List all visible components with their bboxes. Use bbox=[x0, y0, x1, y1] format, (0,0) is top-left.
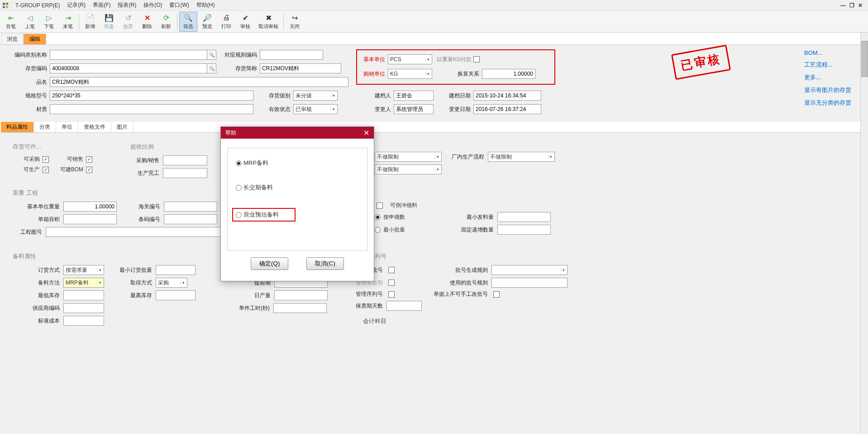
input-min-order[interactable] bbox=[156, 265, 196, 275]
input-min-stock[interactable] bbox=[63, 290, 104, 300]
modal-ok-button[interactable]: 确定(Q) bbox=[251, 257, 288, 270]
dd-order-way[interactable]: 按需求量▾ bbox=[63, 265, 104, 275]
tb-last[interactable]: ⇥末笔 bbox=[59, 12, 77, 32]
tb-prev[interactable]: ◁上笔 bbox=[21, 12, 39, 32]
chk-pay-by-weight[interactable] bbox=[473, 56, 480, 63]
input-unit-weight[interactable] bbox=[63, 202, 117, 212]
radio-sales[interactable] bbox=[236, 212, 242, 218]
dd-get-way[interactable]: 采购▾ bbox=[156, 278, 187, 288]
scrollbar-thumb[interactable] bbox=[861, 41, 868, 77]
chk-can-sell[interactable] bbox=[86, 156, 92, 163]
subtab-qual[interactable]: 资格文件 bbox=[78, 122, 111, 132]
input-over-ps[interactable] bbox=[163, 155, 207, 165]
chk-can-bom[interactable] bbox=[86, 167, 92, 173]
dd-batch-rule[interactable]: ▾ bbox=[491, 265, 568, 275]
link-show-img[interactable]: 显示有图片的存货 bbox=[804, 86, 851, 94]
chk-can-purchase[interactable] bbox=[43, 156, 49, 163]
chk-mg-valid[interactable] bbox=[388, 280, 395, 286]
input-code-class[interactable] bbox=[50, 50, 207, 60]
tb-close[interactable]: ↪关闭 bbox=[286, 12, 304, 32]
input-min-issue[interactable] bbox=[497, 212, 551, 222]
modal-close-icon[interactable]: ✕ bbox=[363, 129, 369, 137]
link-show-noclass[interactable]: 显示无分类的存货 bbox=[804, 99, 851, 107]
subtab-pic[interactable]: 图片 bbox=[111, 122, 134, 132]
menu-help[interactable]: 帮助(H) bbox=[193, 0, 219, 10]
dd-base-unit[interactable]: PCS▾ bbox=[388, 54, 432, 64]
tb-first[interactable]: ⇤首笔 bbox=[2, 12, 20, 32]
tb-filter[interactable]: 🔍筛选 bbox=[179, 12, 197, 32]
input-over-prod[interactable] bbox=[163, 168, 207, 178]
lbl-can-purchase: 可采购 bbox=[13, 155, 40, 163]
tb-audit[interactable]: ✔审核 bbox=[236, 12, 254, 32]
input-daily-prod[interactable] bbox=[274, 290, 328, 300]
input-ratio[interactable] bbox=[482, 69, 535, 79]
subtab-unit[interactable]: 单位 bbox=[56, 122, 78, 132]
input-max-stock[interactable] bbox=[156, 290, 196, 300]
input-material[interactable] bbox=[50, 104, 253, 114]
input-barcode[interactable] bbox=[164, 214, 217, 224]
input-shelf-days[interactable] bbox=[386, 301, 422, 311]
tb-preview[interactable]: 🔎预览 bbox=[198, 12, 216, 32]
input-supplier[interactable] bbox=[63, 303, 104, 313]
input-box-cap[interactable] bbox=[63, 214, 117, 224]
close-window-icon[interactable]: ✕ bbox=[858, 2, 863, 9]
link-more[interactable]: 更多... bbox=[804, 73, 851, 82]
tb-discard[interactable]: ↺放弃 bbox=[119, 12, 137, 32]
chk-mg-batch[interactable] bbox=[388, 267, 395, 273]
dd-limit2[interactable]: 不做限制▾ bbox=[375, 164, 442, 174]
lookup-stock-code-icon[interactable]: 🔍 bbox=[207, 63, 216, 73]
menu-record[interactable]: 记录(R) bbox=[63, 0, 89, 10]
dd-mat-method[interactable]: MRP备料▾ bbox=[63, 278, 104, 288]
radio-mrp[interactable] bbox=[236, 160, 242, 166]
menu-ui[interactable]: 界面(F) bbox=[89, 0, 114, 10]
input-customs[interactable] bbox=[164, 202, 217, 212]
tab-browse[interactable]: 浏览 bbox=[1, 34, 24, 44]
dd-prod-flow[interactable]: 不做限制▾ bbox=[488, 152, 555, 162]
input-eng-draw[interactable] bbox=[46, 227, 223, 237]
subtab-class[interactable]: 分类 bbox=[34, 122, 56, 132]
link-bom[interactable]: BOM... bbox=[804, 49, 851, 56]
modal-cancel-button[interactable]: 取消(C) bbox=[306, 257, 344, 270]
tb-refresh[interactable]: ⟳刷新 bbox=[157, 12, 175, 32]
menu-report[interactable]: 报表(R) bbox=[114, 0, 140, 10]
minimize-icon[interactable]: — bbox=[840, 2, 846, 9]
restore-icon[interactable]: ❐ bbox=[849, 2, 854, 9]
chk-can-produce[interactable] bbox=[43, 167, 49, 173]
lookup-code-class-icon[interactable]: 🔍 bbox=[207, 50, 216, 60]
tb-save[interactable]: 💾存盘 bbox=[100, 12, 118, 32]
input-stock-code[interactable] bbox=[50, 63, 207, 73]
radio-long[interactable] bbox=[236, 185, 242, 191]
subtab-attrs[interactable]: 料品属性 bbox=[1, 122, 34, 132]
input-short-name[interactable] bbox=[260, 63, 341, 73]
dd-status[interactable]: 已审核▾ bbox=[293, 104, 338, 114]
tb-delete[interactable]: ✕删除 bbox=[138, 12, 156, 32]
tb-unaudit[interactable]: ✖取消审核 bbox=[255, 12, 281, 32]
chk-reverse[interactable] bbox=[377, 203, 383, 209]
modal-opt-sales[interactable]: 营业预估备料 bbox=[232, 208, 296, 222]
input-rule-code[interactable] bbox=[260, 50, 323, 60]
chk-no-manual[interactable] bbox=[493, 291, 500, 298]
input-name[interactable] bbox=[50, 77, 348, 87]
tb-new[interactable]: 📄新增 bbox=[81, 12, 99, 32]
dd-limit1[interactable]: 不做限制▾ bbox=[375, 152, 442, 162]
dd-stock-grade[interactable]: 未分级▾ bbox=[293, 91, 338, 101]
modal-opt-mrp[interactable]: MRP备料 bbox=[236, 159, 359, 167]
radio-by-min[interactable] bbox=[375, 227, 381, 233]
menu-operate[interactable]: 操作(O) bbox=[140, 0, 166, 10]
radio-by-request[interactable] bbox=[375, 214, 381, 220]
dd-sale-unit[interactable]: KG▾ bbox=[388, 69, 432, 79]
input-use-rule[interactable] bbox=[491, 278, 568, 288]
chk-mg-serial[interactable] bbox=[388, 291, 395, 298]
link-process[interactable]: 工艺流程... bbox=[804, 61, 851, 69]
vertical-scrollbar[interactable] bbox=[860, 33, 868, 434]
modal-opt-long[interactable]: 长交期备料 bbox=[236, 183, 359, 192]
input-unit-time[interactable] bbox=[273, 303, 327, 313]
tb-print[interactable]: 🖨打印 bbox=[217, 12, 235, 32]
input-fixed-inc[interactable] bbox=[497, 225, 551, 235]
menu-window[interactable]: 窗口(W) bbox=[166, 0, 192, 10]
input-spec[interactable] bbox=[50, 91, 253, 101]
tb-next[interactable]: ▷下笔 bbox=[40, 12, 58, 32]
tab-edit[interactable]: 编辑 bbox=[24, 34, 46, 44]
menu-app[interactable]: T-GROUP ERP(E) bbox=[12, 1, 63, 10]
input-std-cost[interactable] bbox=[63, 316, 104, 326]
